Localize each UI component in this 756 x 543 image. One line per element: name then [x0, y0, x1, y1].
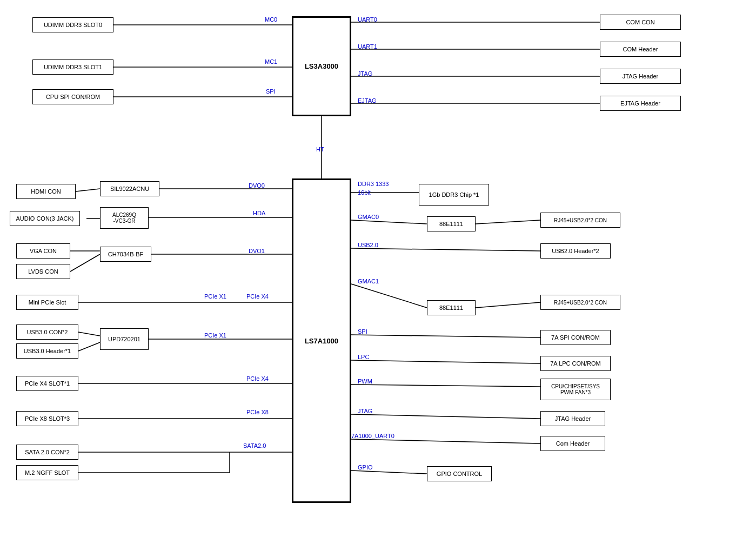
gmac0-label: GMAC0 [358, 214, 379, 220]
alc269q: ALC269Q-VC3-GR [100, 207, 149, 229]
audio-con: AUDIO CON(3 JACK) [10, 211, 80, 226]
gpio-label: GPIO [358, 464, 373, 471]
svg-line-28 [351, 284, 427, 308]
ch7034b-bf: CH7034B-BF [100, 247, 151, 262]
ejtag-header-box: EJTAG Header [600, 96, 681, 111]
spi-top-label: SPI [266, 88, 276, 95]
pcie-x1-upd-label: PCIe X1 [204, 332, 226, 339]
com-header-box: COM Header [600, 42, 681, 57]
mc1-label: MC1 [265, 58, 277, 65]
usb30-header: USB3.0 Header*1 [16, 343, 78, 359]
sata20-con: SATA 2.0 CON*2 [16, 445, 78, 460]
sata20-label: SATA2.0 [243, 442, 266, 449]
hda-label: HDA [253, 210, 265, 216]
ejtag-label: EJTAG [358, 97, 377, 104]
m2-ngff-slot: M.2 NGFF SLOT [16, 465, 78, 480]
ls3a3000-chip: LS3A3000 [292, 16, 351, 116]
udimm-ddr3-slot0: UDIMM DDR3 SLOT0 [32, 17, 113, 32]
mc0-label: MC0 [265, 16, 277, 23]
usb30-con: USB3.0 CON*2 [16, 325, 78, 340]
svg-line-31 [351, 360, 540, 363]
uart0-7a-label: 7A1000_UART0 [351, 433, 394, 439]
jtag-top-label: JTAG [358, 70, 372, 77]
sil9022acnu: SIL9022ACNU [100, 181, 159, 196]
ls3a3000-label: LS3A3000 [305, 62, 338, 70]
uart1-label: UART1 [358, 43, 377, 50]
pcie-x8-slot-label: PCIe X8 [246, 409, 269, 415]
jtag-header-box: JTAG Header [600, 69, 681, 84]
pcie-x1-mini-label: PCIe X1 [204, 293, 226, 300]
spi-7a-label: SPI [358, 328, 367, 335]
pcie-x8-slot: PCIe X8 SLOT*3 [16, 411, 78, 426]
ddr3-1333-label: DDR3 1333 [358, 181, 389, 187]
ls7a1000-label: LS7A1000 [305, 337, 338, 345]
svg-line-32 [351, 385, 540, 387]
pcie-x4-slot-label: PCIe X4 [246, 375, 269, 382]
jtag-7a-label: JTAG [358, 408, 372, 414]
cpu-spi-con-rom: CPU SPI CON/ROM [32, 89, 113, 104]
usb20-label: USB2.0 [358, 242, 378, 248]
88e1111-bot: 88E1111 [427, 300, 476, 315]
gpio-control: GPIO CONTROL [427, 466, 492, 481]
pwm-fan: CPU/CHIPSET/SYSPWM FAN*3 [540, 379, 611, 400]
svg-line-30 [351, 335, 540, 337]
svg-line-33 [351, 414, 540, 419]
jtag-header2: JTAG Header [540, 411, 605, 426]
pcie-x4-ls7a-label: PCIe X4 [246, 293, 269, 300]
lvds-con: LVDS CON [16, 264, 70, 279]
svg-line-26 [476, 220, 540, 224]
svg-line-29 [476, 302, 540, 308]
svg-line-25 [351, 220, 427, 224]
ht-label: HT [316, 146, 324, 153]
7a-lpc-con: 7A LPC CON/ROM [540, 356, 611, 371]
dvo1-label: DVO1 [249, 248, 265, 254]
7a-spi-con: 7A SPI CON/ROM [540, 330, 611, 345]
com-con-box: COM CON [600, 15, 681, 30]
svg-line-9 [76, 189, 100, 191]
svg-line-17 [78, 342, 100, 351]
dvo0-label: DVO0 [249, 182, 265, 189]
ls7a1000-chip: LS7A1000 [292, 178, 351, 503]
svg-line-34 [351, 439, 540, 443]
gmac1-label: GMAC1 [358, 278, 379, 284]
svg-line-14 [70, 254, 100, 272]
lpc-label: LPC [358, 354, 369, 360]
hdmi-con: HDMI CON [16, 184, 76, 199]
vga-con: VGA CON [16, 243, 70, 259]
udimm-ddr3-slot1: UDIMM DDR3 SLOT1 [32, 59, 113, 75]
ddr3-chip: 1Gb DDR3 Chip *1 [419, 184, 489, 206]
uart0-label: UART0 [358, 16, 377, 23]
upd720201: UPD720201 [100, 328, 149, 350]
rj45-usb-top: RJ45+USB2.0*2 CON [540, 213, 620, 228]
pwm-label: PWM [358, 378, 372, 385]
com-header2: Com Header [540, 436, 605, 451]
pcie-x4-slot: PCIe X4 SLOT*1 [16, 376, 78, 391]
88e1111-top: 88E1111 [427, 216, 476, 231]
rj45-usb-bot: RJ45+USB2.0*2 CON [540, 295, 620, 310]
svg-line-27 [351, 248, 540, 251]
diagram-container: LS3A3000 LS7A1000 UDIMM DDR3 SLOT0 UDIMM… [0, 0, 756, 543]
mini-pcie-slot: Mini PCIe Slot [16, 295, 78, 310]
svg-line-35 [351, 471, 427, 474]
svg-line-16 [78, 332, 100, 336]
ddr3-16bit-label: 16bit [358, 189, 371, 196]
usb20-header: USB2.0 Header*2 [540, 243, 611, 259]
